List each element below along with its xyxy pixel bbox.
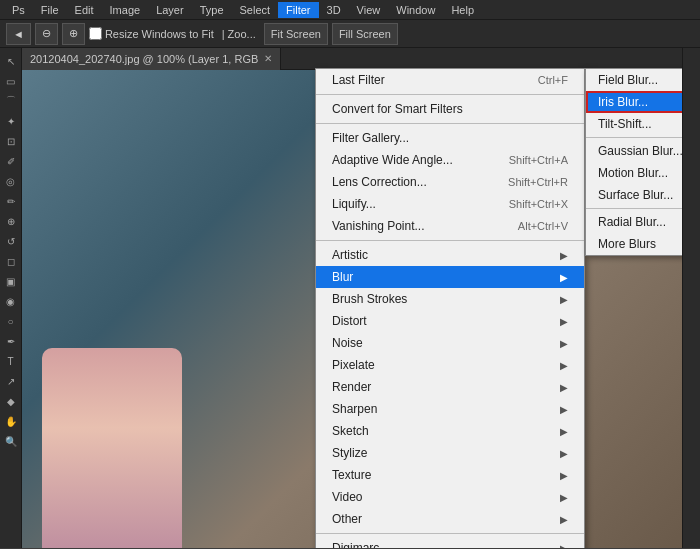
tool-blur-sharpen[interactable]: ◉ — [2, 292, 20, 310]
sharpen-label: Sharpen — [332, 402, 377, 416]
field-blur-label: Field Blur... — [598, 73, 658, 87]
menubar-image[interactable]: Image — [102, 2, 149, 18]
menubar-type[interactable]: Type — [192, 2, 232, 18]
menu-last-filter[interactable]: Last Filter Ctrl+F — [316, 69, 584, 91]
menubar-3d[interactable]: 3D — [319, 2, 349, 18]
back-button[interactable]: ◄ — [6, 23, 31, 45]
tool-shape[interactable]: ◆ — [2, 392, 20, 410]
artistic-arrow: ▶ — [560, 250, 568, 261]
menu-sharpen[interactable]: Sharpen ▶ — [316, 398, 584, 420]
menu-artistic[interactable]: Artistic ▶ — [316, 244, 584, 266]
tool-move[interactable]: ↖ — [2, 52, 20, 70]
liquify-label: Liquify... — [332, 197, 376, 211]
menubar-view[interactable]: View — [349, 2, 389, 18]
menu-render[interactable]: Render ▶ — [316, 376, 584, 398]
menubar-ps[interactable]: Ps — [4, 2, 33, 18]
stylize-arrow: ▶ — [560, 448, 568, 459]
menu-video[interactable]: Video ▶ — [316, 486, 584, 508]
menu-lens-correction[interactable]: Lens Correction... Shift+Ctrl+R — [316, 171, 584, 193]
menubar-help[interactable]: Help — [443, 2, 482, 18]
blur-label: Blur — [332, 270, 353, 284]
menubar-file[interactable]: File — [33, 2, 67, 18]
resize-windows-checkbox[interactable] — [89, 27, 102, 40]
vanishing-point-shortcut: Alt+Ctrl+V — [518, 220, 568, 232]
lens-correction-shortcut: Shift+Ctrl+R — [508, 176, 568, 188]
tool-lasso[interactable]: ⌒ — [2, 92, 20, 110]
menubar-window[interactable]: Window — [388, 2, 443, 18]
menu-blur[interactable]: Blur ▶ — [316, 266, 584, 288]
sketch-label: Sketch — [332, 424, 369, 438]
zoom-in-button[interactable]: ⊕ — [62, 23, 85, 45]
blur-motion[interactable]: Motion Blur... — [586, 162, 682, 184]
tool-zoom[interactable]: 🔍 — [2, 432, 20, 450]
fit-screen-button[interactable]: Fit Screen — [264, 23, 328, 45]
blur-submenu[interactable]: Field Blur... Iris Blur... ↖ Tilt-Shift.… — [585, 68, 682, 256]
zoom-out-button[interactable]: ⊖ — [35, 23, 58, 45]
menu-digimarc[interactable]: Digimarc ▶ — [316, 537, 584, 548]
menu-sketch[interactable]: Sketch ▶ — [316, 420, 584, 442]
tool-eraser[interactable]: ◻ — [2, 252, 20, 270]
blur-more-blurs[interactable]: More Blurs ▶ — [586, 233, 682, 255]
pixelate-label: Pixelate — [332, 358, 375, 372]
menu-filter-gallery[interactable]: Filter Gallery... — [316, 127, 584, 149]
distort-label: Distort — [332, 314, 367, 328]
divider-3 — [316, 240, 584, 241]
menu-other[interactable]: Other ▶ — [316, 508, 584, 530]
blur-field-blur[interactable]: Field Blur... — [586, 69, 682, 91]
tool-path-select[interactable]: ↗ — [2, 372, 20, 390]
fill-screen-button[interactable]: Fill Screen — [332, 23, 398, 45]
document-tab[interactable]: 20120404_202740.jpg @ 100% (Layer 1, RGB… — [22, 48, 281, 70]
tab-close-button[interactable]: ✕ — [264, 53, 272, 64]
tool-gradient[interactable]: ▣ — [2, 272, 20, 290]
tool-text[interactable]: T — [2, 352, 20, 370]
menu-adaptive-wide[interactable]: Adaptive Wide Angle... Shift+Ctrl+A — [316, 149, 584, 171]
blur-iris-blur[interactable]: Iris Blur... ↖ — [586, 91, 682, 113]
blur-tilt-shift[interactable]: Tilt-Shift... — [586, 113, 682, 135]
menubar-edit[interactable]: Edit — [67, 2, 102, 18]
texture-arrow: ▶ — [560, 470, 568, 481]
filter-menu[interactable]: Last Filter Ctrl+F Convert for Smart Fil… — [315, 68, 585, 548]
adaptive-wide-shortcut: Shift+Ctrl+A — [509, 154, 568, 166]
divider-4 — [316, 533, 584, 534]
menu-noise[interactable]: Noise ▶ — [316, 332, 584, 354]
video-label: Video — [332, 490, 362, 504]
tool-pen[interactable]: ✒ — [2, 332, 20, 350]
tool-spot-heal[interactable]: ◎ — [2, 172, 20, 190]
last-filter-label: Last Filter — [332, 73, 385, 87]
menubar-select[interactable]: Select — [232, 2, 279, 18]
tool-dodge-burn[interactable]: ○ — [2, 312, 20, 330]
tool-magic-wand[interactable]: ✦ — [2, 112, 20, 130]
divider-1 — [316, 94, 584, 95]
tool-history-brush[interactable]: ↺ — [2, 232, 20, 250]
tool-select-rect[interactable]: ▭ — [2, 72, 20, 90]
other-label: Other — [332, 512, 362, 526]
menubar-filter[interactable]: Filter — [278, 2, 318, 18]
blur-surface[interactable]: Surface Blur... — [586, 184, 682, 206]
other-arrow: ▶ — [560, 514, 568, 525]
tool-eyedropper[interactable]: ✐ — [2, 152, 20, 170]
tool-brush[interactable]: ✏ — [2, 192, 20, 210]
menubar-layer[interactable]: Layer — [148, 2, 192, 18]
menu-vanishing-point[interactable]: Vanishing Point... Alt+Ctrl+V — [316, 215, 584, 237]
menu-texture[interactable]: Texture ▶ — [316, 464, 584, 486]
resize-windows-label[interactable]: Resize Windows to Fit — [89, 27, 214, 40]
tools-panel: ↖ ▭ ⌒ ✦ ⊡ ✐ ◎ ✏ ⊕ ↺ ◻ ▣ ◉ ○ ✒ T ↗ ◆ ✋ 🔍 — [0, 48, 22, 548]
brush-strokes-label: Brush Strokes — [332, 292, 407, 306]
tool-clone[interactable]: ⊕ — [2, 212, 20, 230]
digimarc-label: Digimarc — [332, 541, 379, 548]
menu-liquify[interactable]: Liquify... Shift+Ctrl+X — [316, 193, 584, 215]
menu-stylize[interactable]: Stylize ▶ — [316, 442, 584, 464]
tab-title: 20120404_202740.jpg @ 100% (Layer 1, RGB — [30, 53, 258, 65]
right-panel — [682, 48, 700, 548]
blur-gaussian[interactable]: Gaussian Blur... — [586, 140, 682, 162]
tool-crop[interactable]: ⊡ — [2, 132, 20, 150]
menu-pixelate[interactable]: Pixelate ▶ — [316, 354, 584, 376]
radial-blur-label: Radial Blur... — [598, 215, 666, 229]
menu-distort[interactable]: Distort ▶ — [316, 310, 584, 332]
liquify-shortcut: Shift+Ctrl+X — [509, 198, 568, 210]
tool-hand[interactable]: ✋ — [2, 412, 20, 430]
blur-radial[interactable]: Radial Blur... — [586, 211, 682, 233]
menu-convert-smart[interactable]: Convert for Smart Filters — [316, 98, 584, 120]
menu-brush-strokes[interactable]: Brush Strokes ▶ — [316, 288, 584, 310]
motion-blur-label: Motion Blur... — [598, 166, 668, 180]
